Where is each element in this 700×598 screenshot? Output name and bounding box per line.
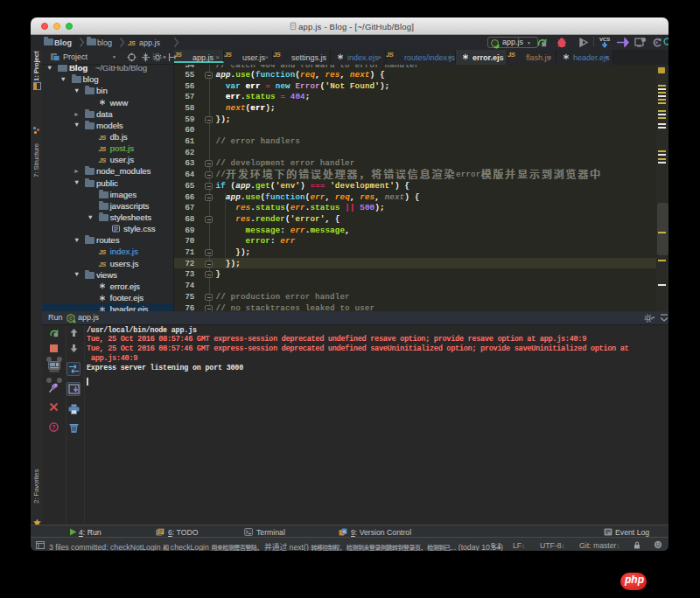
svg-text:e: e [69,316,73,322]
svg-text:VCS: VCS [599,37,610,42]
svg-text:?: ? [52,424,55,430]
